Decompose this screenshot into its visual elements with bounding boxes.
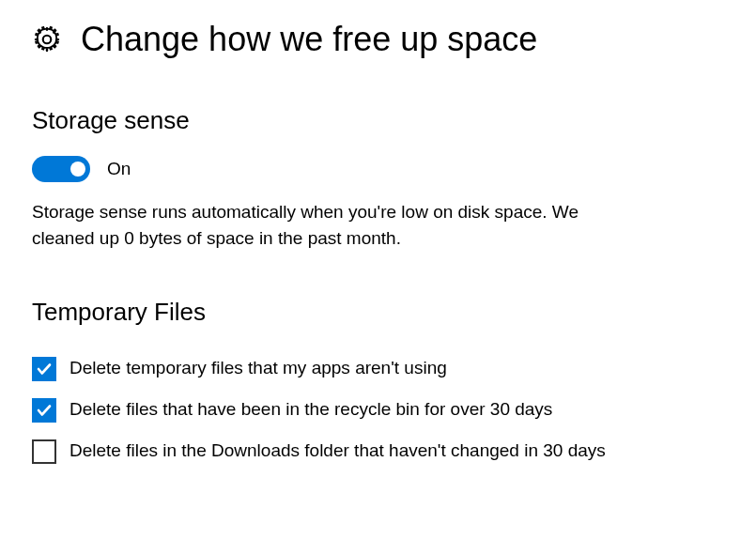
checkbox-label-temp-apps: Delete temporary files that my apps aren… <box>69 355 447 381</box>
checkbox-row-downloads: Delete files in the Downloads folder tha… <box>32 438 724 464</box>
checkbox-row-temp-apps: Delete temporary files that my apps aren… <box>32 355 724 381</box>
checkbox-delete-temp-apps[interactable] <box>32 357 56 381</box>
storage-sense-section: Storage sense On Storage sense runs auto… <box>32 106 724 251</box>
checkbox-label-downloads: Delete files in the Downloads folder tha… <box>69 438 606 464</box>
temporary-files-heading: Temporary Files <box>32 298 724 327</box>
storage-sense-toggle[interactable] <box>32 156 90 182</box>
settings-gear-icon <box>32 24 62 54</box>
checkbox-delete-downloads[interactable] <box>32 439 56 464</box>
page-title: Change how we free up space <box>81 19 537 59</box>
checkmark-icon <box>36 402 53 419</box>
temporary-files-section: Temporary Files Delete temporary files t… <box>32 298 724 464</box>
checkbox-label-recycle-bin: Delete files that have been in the recyc… <box>69 396 552 423</box>
storage-sense-heading: Storage sense <box>32 106 724 135</box>
page-header: Change how we free up space <box>32 19 724 59</box>
storage-sense-toggle-row: On <box>32 156 724 182</box>
storage-sense-description: Storage sense runs automatically when yo… <box>32 199 633 251</box>
checkbox-row-recycle-bin: Delete files that have been in the recyc… <box>32 396 724 423</box>
toggle-knob <box>70 162 85 177</box>
svg-point-0 <box>43 35 52 43</box>
checkbox-delete-recycle-bin[interactable] <box>32 398 56 423</box>
checkmark-icon <box>36 361 53 377</box>
storage-sense-toggle-label: On <box>107 159 131 179</box>
